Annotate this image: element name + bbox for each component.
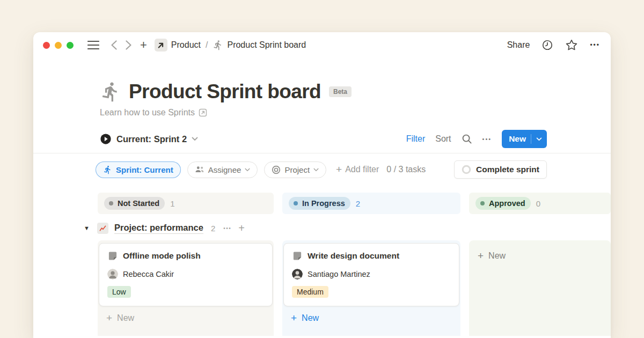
card-assignee: Santiago Martinez xyxy=(308,270,370,278)
complete-sprint-button[interactable]: Complete sprint xyxy=(454,160,547,179)
beta-badge: Beta xyxy=(329,86,352,97)
status-dot xyxy=(294,201,298,205)
progress-ring-icon xyxy=(462,165,471,174)
breadcrumb-current-page[interactable]: Product Sprint board xyxy=(227,40,306,50)
card-assignee: Rebecca Cakir xyxy=(123,270,174,278)
chevron-down-icon xyxy=(192,137,198,141)
product-page-icon[interactable] xyxy=(155,39,167,52)
history-clock-icon[interactable] xyxy=(541,39,553,51)
app-window: + Product / Product Sprint board Share •… xyxy=(33,32,611,338)
topbar-actions: Share ••• xyxy=(507,39,600,52)
new-dropdown-chevron-icon[interactable] xyxy=(536,137,542,141)
task-card-offline-mode-polish[interactable]: Offline mode polish Rebecca Cakir Low xyxy=(99,243,273,306)
sprint-filter-chip[interactable]: Sprint: Current xyxy=(96,161,181,178)
group-add-icon[interactable]: + xyxy=(238,222,245,234)
status-label: Approved xyxy=(489,199,525,208)
new-card-label: New xyxy=(117,313,134,323)
column-not-started: Offline mode polish Rebecca Cakir Low + … xyxy=(98,240,274,336)
column-count: 2 xyxy=(356,199,360,208)
sidebar-menu-icon[interactable] xyxy=(87,40,99,50)
sprint-filter-label: Sprint: Current xyxy=(116,165,173,174)
breadcrumb: Product / Product Sprint board xyxy=(155,39,306,52)
zoom-window-button[interactable] xyxy=(67,42,74,49)
new-card-label: New xyxy=(488,251,506,261)
column-count: 1 xyxy=(170,199,174,208)
card-title: Offline mode polish xyxy=(123,251,201,261)
project-filter-label: Project xyxy=(284,165,310,174)
page-title: Product Sprint board xyxy=(129,80,321,103)
group-title[interactable]: Project: performance xyxy=(114,223,203,234)
status-label: Not Started xyxy=(118,199,159,208)
column-header-in-progress: In Progress 2 xyxy=(282,193,460,214)
top-bar: + Product / Product Sprint board Share •… xyxy=(33,32,611,58)
board-column-headers: Not Started 1 In Progress 2 Approved 0 xyxy=(98,193,611,214)
plus-icon: + xyxy=(291,312,297,324)
assignee-filter-chip[interactable]: Assignee xyxy=(187,161,258,178)
new-task-button[interactable]: New xyxy=(502,130,547,148)
chevron-down-icon xyxy=(313,168,319,172)
priority-tag: Low xyxy=(107,286,131,298)
board-card-area: Offline mode polish Rebecca Cakir Low + … xyxy=(98,240,611,336)
add-filter-label: Add filter xyxy=(345,165,379,174)
window-controls xyxy=(43,42,74,49)
filter-button[interactable]: Filter xyxy=(406,134,426,144)
play-circle-icon xyxy=(100,133,112,145)
status-pill-not-started[interactable]: Not Started xyxy=(104,197,165,210)
plus-icon: + xyxy=(478,250,484,262)
chart-icon xyxy=(97,223,108,234)
assignee-filter-label: Assignee xyxy=(208,165,241,174)
status-pill-approved[interactable]: Approved xyxy=(475,197,531,210)
status-dot xyxy=(109,201,113,205)
nav-forward-icon[interactable] xyxy=(126,40,131,50)
new-card-button-approved[interactable]: + New xyxy=(470,243,610,262)
new-task-label: New xyxy=(509,134,526,144)
close-window-button[interactable] xyxy=(43,42,50,49)
runner-icon-blue xyxy=(103,165,112,174)
plus-icon: + xyxy=(106,312,112,324)
group-options-icon[interactable]: ••• xyxy=(223,225,231,231)
page-title-runner-icon xyxy=(100,81,121,102)
add-filter-button[interactable]: + Add filter xyxy=(336,164,379,175)
task-card-write-design-document[interactable]: Write design document Santiago Martinez … xyxy=(283,243,459,306)
view-options-icon[interactable]: ••• xyxy=(482,136,492,142)
sprint-view-selector[interactable]: Current: Sprint 2 xyxy=(100,133,198,145)
new-card-label: New xyxy=(302,313,319,323)
column-approved: + New xyxy=(469,240,611,336)
share-button[interactable]: Share xyxy=(507,40,530,50)
view-toolbar: Current: Sprint 2 Filter Sort ••• New xyxy=(33,129,611,149)
status-pill-in-progress[interactable]: In Progress xyxy=(289,197,350,210)
external-link-icon xyxy=(199,108,207,117)
tasks-progress-label: 0 / 3 tasks xyxy=(386,165,426,174)
sort-button[interactable]: Sort xyxy=(435,134,451,144)
sprint-board: Not Started 1 In Progress 2 Approved 0 xyxy=(33,193,611,335)
avatar-rebecca xyxy=(107,269,118,280)
card-title: Write design document xyxy=(308,251,399,261)
favorite-star-icon[interactable] xyxy=(565,39,578,52)
search-icon[interactable] xyxy=(462,134,472,144)
minimize-window-button[interactable] xyxy=(55,42,62,49)
breadcrumb-product[interactable]: Product xyxy=(171,40,201,50)
plus-icon: + xyxy=(336,164,342,175)
page-icon xyxy=(292,251,303,261)
complete-sprint-label: Complete sprint xyxy=(476,165,539,174)
group-count: 2 xyxy=(211,224,215,233)
column-header-approved: Approved 0 xyxy=(469,193,611,214)
new-card-button-in-progress[interactable]: + New xyxy=(283,306,459,324)
column-header-not-started: Not Started 1 xyxy=(98,193,274,214)
column-in-progress: Write design document Santiago Martinez … xyxy=(282,240,460,336)
chevron-down-icon xyxy=(245,168,250,172)
priority-tag: Medium xyxy=(292,286,328,298)
filter-bar: Sprint: Current Assignee Project + Add f… xyxy=(33,153,611,179)
view-label: Current: Sprint 2 xyxy=(116,134,187,144)
more-options-icon[interactable]: ••• xyxy=(590,41,600,49)
avatar-santiago xyxy=(292,269,303,280)
page-icon xyxy=(107,251,118,261)
people-icon xyxy=(195,166,204,173)
nav-back-icon[interactable] xyxy=(111,40,117,50)
breadcrumb-separator: / xyxy=(206,40,208,50)
new-page-icon[interactable]: + xyxy=(140,39,147,51)
new-card-button-not-started[interactable]: + New xyxy=(99,306,273,324)
group-collapse-icon[interactable]: ▼ xyxy=(84,225,91,231)
project-filter-chip[interactable]: Project xyxy=(264,161,326,178)
learn-sprints-link[interactable]: Learn how to use Sprints xyxy=(100,108,611,117)
